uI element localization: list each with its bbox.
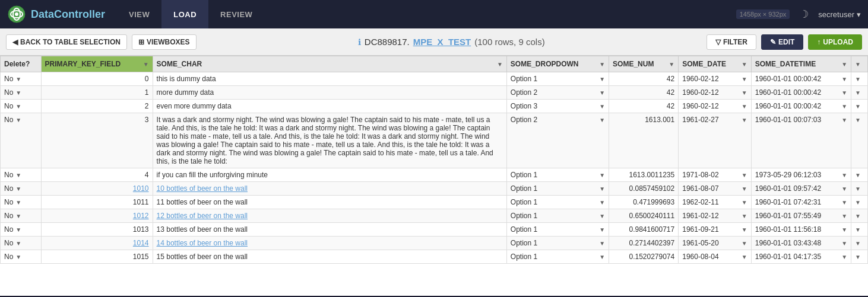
datetime-arrow-icon[interactable]: ▼ <box>841 213 847 219</box>
pk-link[interactable]: 1012 <box>133 212 149 220</box>
extra-arrow-icon[interactable]: ▼ <box>855 103 861 110</box>
info-icon[interactable]: ℹ <box>358 37 361 47</box>
dropdown-arrow-icon[interactable]: ▼ <box>599 199 605 206</box>
cell-dropdown: Option 1▼ <box>506 72 609 86</box>
delete-dropdown-icon[interactable]: ▼ <box>15 254 21 260</box>
cell-dropdown: Option 2▼ <box>506 86 609 100</box>
dropdown-arrow-icon[interactable]: ▼ <box>599 254 605 260</box>
cell-char: this is dummy data <box>153 72 506 86</box>
cell-extra: ▼ <box>851 182 868 196</box>
delete-dropdown-icon[interactable]: ▼ <box>15 199 21 206</box>
delete-dropdown-icon[interactable]: ▼ <box>15 172 21 178</box>
delete-dropdown-icon[interactable]: ▼ <box>15 103 21 110</box>
extra-arrow-icon[interactable]: ▼ <box>855 254 861 260</box>
table-id: DC889817. <box>365 37 410 47</box>
filter-button[interactable]: ▽ FILTER <box>707 34 756 50</box>
date-arrow-icon[interactable]: ▼ <box>742 172 747 178</box>
col-datetime-sort-icon[interactable]: ▼ <box>841 61 847 68</box>
datetime-arrow-icon[interactable]: ▼ <box>841 90 847 96</box>
moon-icon[interactable]: ☽ <box>799 8 809 21</box>
dropdown-value: Option 1 <box>511 171 537 179</box>
extra-arrow-icon[interactable]: ▼ <box>855 90 861 96</box>
nav-load[interactable]: LOAD <box>161 0 208 28</box>
back-to-table-selection-button[interactable]: ◀ BACK TO TABLE SELECTION <box>6 34 127 50</box>
col-num-sort-icon[interactable]: ▼ <box>669 61 674 68</box>
char-link[interactable]: 12 bottles of beer on the wall <box>157 212 248 220</box>
pk-link[interactable]: 1014 <box>133 239 149 247</box>
delete-dropdown-icon[interactable]: ▼ <box>15 76 21 82</box>
extra-arrow-icon[interactable]: ▼ <box>855 199 861 206</box>
delete-dropdown-icon[interactable]: ▼ <box>15 90 21 96</box>
extra-arrow-icon[interactable]: ▼ <box>855 172 861 178</box>
extra-arrow-icon[interactable]: ▼ <box>855 76 861 82</box>
dropdown-arrow-icon[interactable]: ▼ <box>599 240 605 247</box>
date-arrow-icon[interactable]: ▼ <box>742 213 747 219</box>
date-arrow-icon[interactable]: ▼ <box>742 117 747 123</box>
col-dropdown-sort-icon[interactable]: ▼ <box>599 61 605 68</box>
viewboxes-button[interactable]: ⊞ VIEWBOXES <box>132 34 197 50</box>
cell-datetime: 1973-05-29 06:12:03▼ <box>751 168 851 182</box>
cell-char: 12 bottles of beer on the wall <box>153 209 506 223</box>
date-arrow-icon[interactable]: ▼ <box>742 199 747 206</box>
dropdown-arrow-icon[interactable]: ▼ <box>599 76 605 82</box>
col-pk-sort-icon[interactable]: ▼ <box>143 61 149 68</box>
table-info: ℹ DC889817.MPE_X_TEST (100 rows, 9 cols) <box>201 37 702 47</box>
dropdown-arrow-icon[interactable]: ▼ <box>599 226 605 233</box>
extra-arrow-icon[interactable]: ▼ <box>855 226 861 233</box>
col-char-sort-icon[interactable]: ▼ <box>497 61 503 68</box>
date-arrow-icon[interactable]: ▼ <box>742 103 747 110</box>
delete-value: No <box>4 225 13 234</box>
delete-dropdown-icon[interactable]: ▼ <box>15 213 21 219</box>
cell-datetime: 1960-01-01 00:00:42▼ <box>751 100 851 113</box>
nav-view[interactable]: VIEW <box>117 0 161 28</box>
date-arrow-icon[interactable]: ▼ <box>742 254 747 260</box>
extra-arrow-icon[interactable]: ▼ <box>855 240 861 247</box>
dropdown-arrow-icon[interactable]: ▼ <box>599 213 605 219</box>
date-arrow-icon[interactable]: ▼ <box>742 226 747 233</box>
delete-dropdown-icon[interactable]: ▼ <box>15 186 21 192</box>
delete-dropdown-icon[interactable]: ▼ <box>15 117 21 123</box>
nav-review[interactable]: REVIEW <box>208 0 264 28</box>
extra-arrow-icon[interactable]: ▼ <box>855 213 861 219</box>
datetime-arrow-icon[interactable]: ▼ <box>841 117 847 123</box>
svg-point-3 <box>15 12 18 16</box>
date-arrow-icon[interactable]: ▼ <box>742 90 747 96</box>
delete-dropdown-icon[interactable]: ▼ <box>15 226 21 233</box>
nav-right: 1458px × 932px ☽ secretuser ▾ <box>736 8 861 21</box>
datetime-arrow-icon[interactable]: ▼ <box>841 254 847 260</box>
char-link[interactable]: 14 bottles of beer on the wall <box>157 239 248 247</box>
datetime-arrow-icon[interactable]: ▼ <box>841 172 847 178</box>
dropdown-arrow-icon[interactable]: ▼ <box>599 103 605 110</box>
col-extra-sort-icon[interactable]: ▼ <box>855 61 861 68</box>
delete-dropdown-icon[interactable]: ▼ <box>15 240 21 247</box>
char-link[interactable]: 10 bottles of beer on the wall <box>157 184 248 193</box>
delete-value: No <box>4 102 13 110</box>
date-arrow-icon[interactable]: ▼ <box>742 240 747 247</box>
user-menu-button[interactable]: secretuser ▾ <box>818 10 861 19</box>
cell-num: 0.1520279074 <box>609 250 679 264</box>
datetime-arrow-icon[interactable]: ▼ <box>841 103 847 110</box>
dim-info: 1458px × 932px <box>736 9 790 19</box>
edit-button[interactable]: ✎ EDIT <box>761 34 803 50</box>
datetime-arrow-icon[interactable]: ▼ <box>841 199 847 206</box>
table-name-link[interactable]: MPE_X_TEST <box>413 37 471 47</box>
extra-arrow-icon[interactable]: ▼ <box>855 186 861 192</box>
datetime-arrow-icon[interactable]: ▼ <box>841 186 847 192</box>
cell-char: 14 bottles of beer on the wall <box>153 237 506 250</box>
date-arrow-icon[interactable]: ▼ <box>742 186 747 192</box>
datetime-arrow-icon[interactable]: ▼ <box>841 240 847 247</box>
cell-date: 1960-08-04▼ <box>679 250 752 264</box>
pk-link[interactable]: 1010 <box>133 184 149 193</box>
datetime-arrow-icon[interactable]: ▼ <box>841 226 847 233</box>
col-date-sort-icon[interactable]: ▼ <box>742 61 747 68</box>
cell-char: 10 bottles of beer on the wall <box>153 182 506 196</box>
date-arrow-icon[interactable]: ▼ <box>742 76 747 82</box>
dropdown-arrow-icon[interactable]: ▼ <box>599 90 605 96</box>
dropdown-arrow-icon[interactable]: ▼ <box>599 172 605 178</box>
dropdown-arrow-icon[interactable]: ▼ <box>599 186 605 192</box>
dropdown-arrow-icon[interactable]: ▼ <box>599 117 605 123</box>
datetime-arrow-icon[interactable]: ▼ <box>841 76 847 82</box>
extra-arrow-icon[interactable]: ▼ <box>855 117 861 123</box>
upload-button[interactable]: ↑ UPLOAD <box>808 34 862 50</box>
col-date-label: SOME_DATE <box>682 60 726 68</box>
